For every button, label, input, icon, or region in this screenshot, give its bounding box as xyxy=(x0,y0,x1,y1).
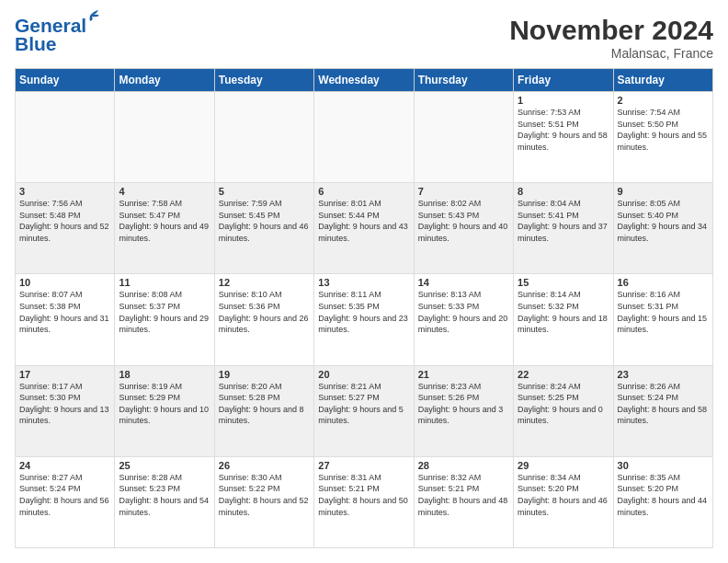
day-info: Sunrise: 8:13 AMSunset: 5:33 PMDaylight:… xyxy=(418,289,509,335)
day-info: Sunrise: 8:32 AMSunset: 5:21 PMDaylight:… xyxy=(418,472,509,518)
table-row: 20Sunrise: 8:21 AMSunset: 5:27 PMDayligh… xyxy=(314,365,414,456)
day-number: 22 xyxy=(518,369,609,380)
day-info: Sunrise: 8:28 AMSunset: 5:23 PMDaylight:… xyxy=(119,472,210,518)
calendar-week-row: 3Sunrise: 7:56 AMSunset: 5:48 PMDaylight… xyxy=(16,183,713,274)
day-info: Sunrise: 8:34 AMSunset: 5:20 PMDaylight:… xyxy=(518,472,609,518)
day-info: Sunrise: 8:11 AMSunset: 5:35 PMDaylight:… xyxy=(318,289,409,335)
day-number: 6 xyxy=(318,186,409,197)
table-row xyxy=(214,92,313,183)
day-number: 5 xyxy=(219,186,310,197)
day-info: Sunrise: 8:02 AMSunset: 5:43 PMDaylight:… xyxy=(418,198,509,244)
table-row: 17Sunrise: 8:17 AMSunset: 5:30 PMDayligh… xyxy=(16,365,115,456)
day-number: 18 xyxy=(119,369,210,380)
day-number: 3 xyxy=(19,186,110,197)
logo: General Blue xyxy=(15,15,86,55)
table-row: 22Sunrise: 8:24 AMSunset: 5:25 PMDayligh… xyxy=(514,365,613,456)
calendar-week-row: 17Sunrise: 8:17 AMSunset: 5:30 PMDayligh… xyxy=(16,365,713,456)
day-info: Sunrise: 7:56 AMSunset: 5:48 PMDaylight:… xyxy=(19,198,110,244)
day-number: 16 xyxy=(618,277,709,288)
calendar-week-row: 24Sunrise: 8:27 AMSunset: 5:24 PMDayligh… xyxy=(16,456,713,547)
day-number: 12 xyxy=(219,277,310,288)
table-row: 26Sunrise: 8:30 AMSunset: 5:22 PMDayligh… xyxy=(214,456,313,547)
day-info: Sunrise: 7:58 AMSunset: 5:47 PMDaylight:… xyxy=(119,198,210,244)
day-info: Sunrise: 7:54 AMSunset: 5:50 PMDaylight:… xyxy=(618,107,709,153)
day-info: Sunrise: 8:26 AMSunset: 5:24 PMDaylight:… xyxy=(618,381,709,427)
day-info: Sunrise: 8:27 AMSunset: 5:24 PMDaylight:… xyxy=(19,472,110,518)
calendar-week-row: 1Sunrise: 7:53 AMSunset: 5:51 PMDaylight… xyxy=(16,92,713,183)
day-number: 8 xyxy=(518,186,609,197)
header-monday: Monday xyxy=(115,69,214,92)
day-info: Sunrise: 8:01 AMSunset: 5:44 PMDaylight:… xyxy=(318,198,409,244)
day-number: 21 xyxy=(418,369,509,380)
header-friday: Friday xyxy=(514,69,613,92)
day-info: Sunrise: 8:19 AMSunset: 5:29 PMDaylight:… xyxy=(119,381,210,427)
day-number: 10 xyxy=(19,277,110,288)
day-info: Sunrise: 8:24 AMSunset: 5:25 PMDaylight:… xyxy=(518,381,609,427)
table-row: 11Sunrise: 8:08 AMSunset: 5:37 PMDayligh… xyxy=(115,274,214,365)
day-number: 27 xyxy=(318,460,409,471)
header-sunday: Sunday xyxy=(16,69,115,92)
day-number: 26 xyxy=(219,460,310,471)
location: Malansac, France xyxy=(509,46,713,61)
calendar-week-row: 10Sunrise: 8:07 AMSunset: 5:38 PMDayligh… xyxy=(16,274,713,365)
day-info: Sunrise: 8:31 AMSunset: 5:21 PMDaylight:… xyxy=(318,472,409,518)
day-info: Sunrise: 8:14 AMSunset: 5:32 PMDaylight:… xyxy=(518,289,609,335)
table-row: 14Sunrise: 8:13 AMSunset: 5:33 PMDayligh… xyxy=(414,274,513,365)
table-row: 9Sunrise: 8:05 AMSunset: 5:40 PMDaylight… xyxy=(613,183,712,274)
table-row: 8Sunrise: 8:04 AMSunset: 5:41 PMDaylight… xyxy=(514,183,613,274)
day-number: 9 xyxy=(618,186,709,197)
table-row xyxy=(414,92,513,183)
day-info: Sunrise: 8:20 AMSunset: 5:28 PMDaylight:… xyxy=(219,381,310,427)
header-tuesday: Tuesday xyxy=(214,69,313,92)
table-row: 25Sunrise: 8:28 AMSunset: 5:23 PMDayligh… xyxy=(115,456,214,547)
day-number: 17 xyxy=(19,369,110,380)
table-row xyxy=(115,92,214,183)
table-row: 10Sunrise: 8:07 AMSunset: 5:38 PMDayligh… xyxy=(16,274,115,365)
calendar: Sunday Monday Tuesday Wednesday Thursday… xyxy=(15,68,713,548)
title-block: November 2024 Malansac, France xyxy=(509,15,713,61)
day-info: Sunrise: 8:21 AMSunset: 5:27 PMDaylight:… xyxy=(318,381,409,427)
day-info: Sunrise: 8:23 AMSunset: 5:26 PMDaylight:… xyxy=(418,381,509,427)
day-number: 7 xyxy=(418,186,509,197)
table-row: 2Sunrise: 7:54 AMSunset: 5:50 PMDaylight… xyxy=(613,92,712,183)
day-number: 20 xyxy=(318,369,409,380)
table-row: 27Sunrise: 8:31 AMSunset: 5:21 PMDayligh… xyxy=(314,456,414,547)
logo-bird-icon xyxy=(81,9,99,22)
table-row: 3Sunrise: 7:56 AMSunset: 5:48 PMDaylight… xyxy=(16,183,115,274)
table-row: 13Sunrise: 8:11 AMSunset: 5:35 PMDayligh… xyxy=(314,274,414,365)
day-info: Sunrise: 7:53 AMSunset: 5:51 PMDaylight:… xyxy=(518,107,609,153)
day-number: 24 xyxy=(19,460,110,471)
table-row: 6Sunrise: 8:01 AMSunset: 5:44 PMDaylight… xyxy=(314,183,414,274)
day-number: 30 xyxy=(618,460,709,471)
table-row xyxy=(314,92,414,183)
table-row: 12Sunrise: 8:10 AMSunset: 5:36 PMDayligh… xyxy=(214,274,313,365)
day-number: 14 xyxy=(418,277,509,288)
month-title: November 2024 xyxy=(509,15,713,46)
day-info: Sunrise: 8:30 AMSunset: 5:22 PMDaylight:… xyxy=(219,472,310,518)
day-number: 13 xyxy=(318,277,409,288)
day-info: Sunrise: 8:16 AMSunset: 5:31 PMDaylight:… xyxy=(618,289,709,335)
table-row: 5Sunrise: 7:59 AMSunset: 5:45 PMDaylight… xyxy=(214,183,313,274)
table-row: 24Sunrise: 8:27 AMSunset: 5:24 PMDayligh… xyxy=(16,456,115,547)
table-row: 4Sunrise: 7:58 AMSunset: 5:47 PMDaylight… xyxy=(115,183,214,274)
day-number: 28 xyxy=(418,460,509,471)
table-row xyxy=(16,92,115,183)
table-row: 21Sunrise: 8:23 AMSunset: 5:26 PMDayligh… xyxy=(414,365,513,456)
day-number: 19 xyxy=(219,369,310,380)
header-thursday: Thursday xyxy=(414,69,513,92)
day-info: Sunrise: 8:04 AMSunset: 5:41 PMDaylight:… xyxy=(518,198,609,244)
day-info: Sunrise: 8:10 AMSunset: 5:36 PMDaylight:… xyxy=(219,289,310,335)
logo-general: General xyxy=(15,15,86,36)
table-row: 19Sunrise: 8:20 AMSunset: 5:28 PMDayligh… xyxy=(214,365,313,456)
day-number: 4 xyxy=(119,186,210,197)
day-info: Sunrise: 8:17 AMSunset: 5:30 PMDaylight:… xyxy=(19,381,110,427)
table-row: 30Sunrise: 8:35 AMSunset: 5:20 PMDayligh… xyxy=(613,456,712,547)
day-number: 23 xyxy=(618,369,709,380)
table-row: 15Sunrise: 8:14 AMSunset: 5:32 PMDayligh… xyxy=(514,274,613,365)
day-number: 11 xyxy=(119,277,210,288)
day-number: 15 xyxy=(518,277,609,288)
day-number: 25 xyxy=(119,460,210,471)
day-number: 2 xyxy=(618,95,709,106)
table-row: 29Sunrise: 8:34 AMSunset: 5:20 PMDayligh… xyxy=(514,456,613,547)
day-number: 1 xyxy=(518,95,609,106)
